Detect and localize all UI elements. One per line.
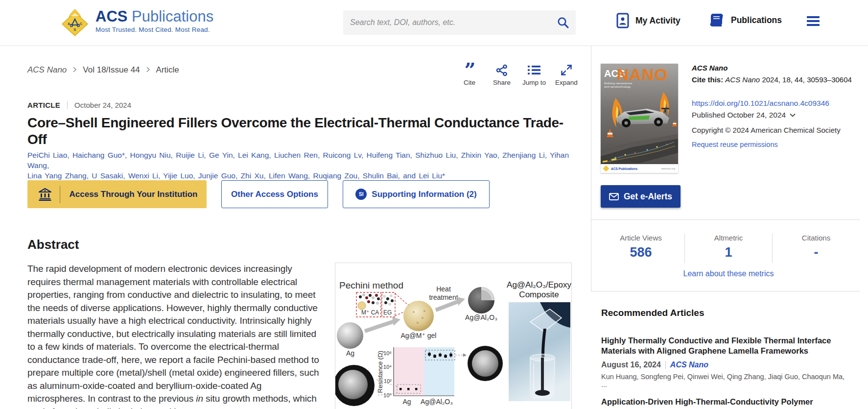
- get-e-alerts-button[interactable]: Get e-Alerts: [601, 185, 680, 208]
- access-institution-button[interactable]: Access Through Your Institution: [27, 180, 207, 208]
- ga-pechini-label: Pechini method: [339, 280, 403, 290]
- learn-about-metrics-link[interactable]: Learn about these metrics: [597, 269, 860, 278]
- author-list: PeiChi Liao, Haichang Guo*, Hongyu Niu, …: [27, 150, 571, 181]
- graphical-abstract-art: Pechini method M⁺ CA EG: [335, 263, 571, 409]
- search-input[interactable]: [343, 18, 550, 27]
- expand-button[interactable]: Expand: [552, 63, 581, 86]
- expand-label: Expand: [555, 79, 578, 86]
- access-button-row: Access Through Your Institution Other Ac…: [27, 180, 490, 208]
- xtick-agal: Ag@Al₂O₃: [421, 398, 453, 406]
- divider: [591, 46, 591, 291]
- top-header: A C S ACS Publications Most Trusted. Mos…: [0, 0, 868, 46]
- ga-composite-label-1: Ag@Al₂O₃/Epoxy: [507, 280, 571, 289]
- logo-tagline: Most Trusted. Most Cited. Most Read.: [95, 26, 213, 33]
- citation-block: ACS Nano Cite this: ACS Nano 2024, 18, 4…: [692, 64, 861, 148]
- sidebar-journal-title: ACS Nano: [692, 64, 861, 72]
- request-reuse-link[interactable]: Request reuse permissions: [692, 141, 861, 148]
- recommended-authors: Kun Huang, Songfeng Pei, Qinwei Wei, Qin…: [601, 373, 852, 388]
- ga-gel-label: Ag@M⁺ gel: [401, 332, 437, 339]
- ga-eg-label: EG: [383, 309, 392, 316]
- pouring-photo: [509, 302, 570, 401]
- recommended-title[interactable]: Application-Driven High-Thermal-Conducti…: [601, 397, 852, 407]
- other-access-options-button[interactable]: Other Access Options: [221, 180, 328, 208]
- author-line-1[interactable]: PeiChi Liao, Haichang Guo*, Hongyu Niu, …: [27, 150, 571, 170]
- share-label: Share: [493, 79, 511, 86]
- search-icon: [557, 16, 569, 29]
- cite-button[interactable]: ” Cite: [455, 63, 484, 86]
- ga-heat-label-2: treatment: [429, 293, 458, 301]
- recommended-title[interactable]: Highly Thermally Conductive and Flexible…: [601, 336, 852, 356]
- molecule-cluster: [358, 293, 394, 310]
- article-action-bar: ” Cite Share: [455, 63, 581, 86]
- metric-citations: Citations -: [773, 234, 860, 263]
- logo-acs: ACS: [95, 8, 127, 25]
- expand-icon: [561, 64, 572, 76]
- journal-cover-art: ACS NANO Defining nanoscience and nanote…: [601, 64, 678, 173]
- chevron-down-icon: [790, 113, 796, 117]
- publications-nav[interactable]: Publications: [708, 13, 782, 27]
- divider: [591, 219, 860, 220]
- jump-to-button[interactable]: Jump to: [520, 63, 548, 86]
- article-type-badge: ARTICLE: [27, 101, 60, 109]
- acs-article-page: A C S ACS Publications Most Trusted. Mos…: [0, 0, 868, 409]
- resistance-chart: 10⁶ 10⁴ 10² 10⁰ Resistance (Ω): [376, 347, 467, 406]
- author-line-2[interactable]: Lina Yang Zhang, U Sasaki, Wenxi Li, Yij…: [27, 170, 571, 181]
- divider: [67, 101, 68, 109]
- other-access-label: Other Access Options: [231, 190, 318, 199]
- journal-cover-image[interactable]: ACS NANO Defining nanoscience and nanote…: [601, 64, 678, 173]
- chevron-right-icon: [72, 67, 77, 73]
- jump-to-list-icon: [528, 65, 540, 75]
- divider: [60, 186, 60, 203]
- si-icon: SI: [355, 189, 367, 200]
- page-title: Core–Shell Engineered Fillers Overcome t…: [27, 115, 566, 148]
- acs-diamond-logo-icon: A C S: [61, 8, 89, 37]
- share-icon: [496, 64, 508, 76]
- search-bar: [343, 10, 576, 35]
- graphical-abstract-figure[interactable]: Pechini method M⁺ CA EG: [335, 263, 572, 409]
- article-date: October 24, 2024: [74, 101, 131, 109]
- ga-mca-label: M⁺ CA: [361, 309, 379, 316]
- share-button[interactable]: Share: [488, 63, 516, 86]
- doi-link[interactable]: https://doi.org/10.1021/acsnano.4c09346: [692, 99, 861, 108]
- ga-agal-label: Ag@Al₂O₃: [465, 313, 497, 321]
- breadcrumb-page: Article: [156, 65, 179, 75]
- access-institution-label: Access Through Your Institution: [60, 190, 207, 199]
- cover-nano-text: NANO: [617, 65, 668, 84]
- ga-heat-label-1: Heat: [436, 285, 451, 293]
- breadcrumb-journal[interactable]: ACS Nano: [27, 65, 67, 75]
- cite-this-label: Cite this:: [692, 75, 723, 84]
- search-button[interactable]: [550, 10, 576, 35]
- my-activity-nav[interactable]: My Activity: [616, 13, 680, 28]
- metric-label: Citations: [773, 234, 860, 242]
- jump-to-label: Jump to: [522, 79, 546, 86]
- chart-ylabel: Resistance (Ω): [376, 351, 384, 393]
- cover-caption-1: Defining nanoscience: [604, 82, 633, 85]
- cite-this-line: Cite this: ACS Nano 2024, 18, 44, 30593–…: [692, 75, 861, 85]
- metric-label: Altmetric: [685, 234, 772, 242]
- cite-icon: ”: [464, 65, 474, 75]
- cite-this-numbers: 2024, 18, 44, 30593–30604: [762, 75, 852, 84]
- menu-icon[interactable]: [807, 16, 820, 27]
- recommended-journal[interactable]: ACS Nano: [670, 361, 708, 369]
- supporting-information-button[interactable]: SI Supporting Information (2): [343, 180, 490, 208]
- divider: [591, 291, 860, 291]
- svg-text:A: A: [68, 22, 70, 25]
- article-metrics: Article Views 586 Altmetric 1 Citations …: [597, 234, 860, 263]
- metric-altmetric: Altmetric 1: [685, 234, 772, 263]
- cite-label: Cite: [464, 79, 475, 86]
- ytick-1e4: 10⁴: [383, 364, 392, 370]
- acs-logo[interactable]: A C S ACS Publications Most Trusted. Mos…: [61, 8, 213, 37]
- ytick-1e6: 10⁶: [383, 350, 392, 356]
- metric-article-views: Article Views 586: [597, 234, 684, 263]
- recommended-articles-heading: Recommended Articles: [601, 308, 704, 318]
- svg-text:S: S: [74, 28, 76, 31]
- publications-book-icon: [708, 13, 725, 27]
- logo-text: ACS Publications Most Trusted. Most Cite…: [95, 8, 213, 33]
- xtick-ag: Ag: [402, 398, 411, 406]
- breadcrumb: ACS Nano Vol 18/Issue 44 Article: [27, 65, 179, 75]
- breadcrumb-issue[interactable]: Vol 18/Issue 44: [83, 65, 140, 75]
- get-e-alerts-label: Get e-Alerts: [624, 192, 672, 202]
- abstract-body: The rapid development of modern electron…: [27, 264, 319, 404]
- ytick-1e0: 10⁰: [383, 392, 392, 398]
- published-dropdown[interactable]: Published October 24, 2024: [692, 111, 861, 120]
